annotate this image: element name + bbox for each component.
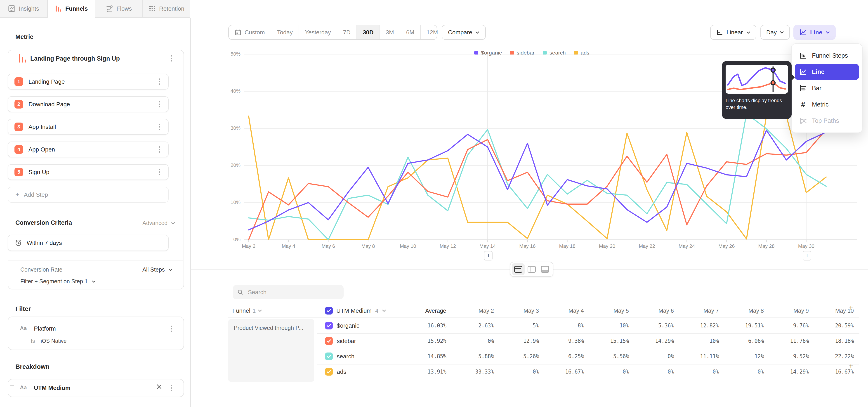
series-checkbox-ads[interactable]	[325, 368, 333, 376]
breakdown-menu-button[interactable]	[168, 385, 175, 391]
breakdown-column-header[interactable]: UTM Medium 4	[317, 307, 398, 315]
filter-value[interactable]: iOS Native	[41, 338, 67, 344]
cell-value: 5.26%	[498, 353, 542, 359]
date-header[interactable]: May 7	[677, 308, 722, 314]
linear-scale-icon	[716, 29, 723, 36]
conversion-window-row[interactable]: Within 7 days	[8, 235, 168, 251]
step-label: Download Page	[29, 101, 156, 108]
date-header[interactable]: May 10	[812, 308, 857, 314]
table-row[interactable]: search 14.85% 5.88% 5.26% 6.25% 5.56% 0%…	[228, 349, 857, 364]
advanced-dropdown[interactable]: Advanced	[143, 220, 175, 226]
series-checkbox-sidebar[interactable]	[325, 337, 333, 345]
step-menu-button[interactable]	[156, 169, 163, 175]
funnel-column-header[interactable]: Funnel 1	[228, 307, 317, 314]
chart-type-menu: Funnel Steps Line Bar # Metric Top Paths	[791, 43, 863, 133]
range-3m[interactable]: 3M	[380, 25, 400, 39]
step-row-4[interactable]: 4 App Open	[8, 142, 168, 157]
tab-flows[interactable]: Flows	[95, 0, 143, 18]
annotation-badge[interactable]: 1	[803, 251, 811, 260]
search-input[interactable]	[247, 288, 339, 296]
step-menu-button[interactable]	[156, 146, 163, 153]
select-all-checkbox[interactable]	[325, 307, 333, 315]
step-number-badge: 5	[14, 168, 23, 176]
table-row[interactable]: $organic 16.03% 2.63% 5% 8% 10% 5.36% 12…	[228, 318, 857, 333]
add-step-button[interactable]: + Add Step	[8, 187, 168, 202]
scale-dropdown[interactable]: Linear	[710, 25, 756, 40]
funnel-menu-button[interactable]	[168, 55, 175, 62]
date-header[interactable]: May 9	[767, 308, 812, 314]
view-chart-only-button[interactable]	[539, 263, 551, 275]
filter-menu-button[interactable]	[168, 325, 175, 332]
step-number-badge: 3	[14, 123, 23, 131]
tooltip-preview-chart	[725, 65, 788, 94]
filter-segment-dropdown[interactable]: Filter + Segment on Step 1	[20, 278, 96, 285]
date-header[interactable]: May 6	[632, 308, 677, 314]
menu-item-top-paths[interactable]: Top Paths	[795, 113, 859, 129]
step-row-1[interactable]: 1 Landing Page	[8, 74, 168, 90]
granularity-label: Day	[766, 29, 777, 36]
cell-value: 0%	[587, 369, 632, 375]
menu-item-bar[interactable]: Bar	[795, 80, 859, 96]
filter-property[interactable]: Platform	[34, 325, 56, 332]
tab-insights[interactable]: Insights	[0, 0, 48, 18]
cell-value: 6.25%	[542, 353, 587, 359]
step-row-2[interactable]: 2 Download Page	[8, 96, 168, 112]
series-checkbox-organic[interactable]	[325, 322, 333, 330]
segment-name: ads	[337, 368, 346, 375]
average-value: 15.92%	[398, 338, 453, 344]
remove-breakdown-icon[interactable]	[156, 384, 162, 389]
average-header[interactable]: Average	[398, 308, 453, 314]
menu-item-funnel-steps[interactable]: Funnel Steps	[795, 48, 859, 64]
step-row-5[interactable]: 5 Sign Up	[8, 164, 168, 180]
date-header[interactable]: May 4	[542, 308, 587, 314]
tab-funnels[interactable]: Funnels	[48, 0, 95, 18]
series-line-search[interactable]	[249, 114, 826, 240]
check-icon	[327, 324, 331, 327]
range-custom[interactable]: Custom	[229, 25, 271, 39]
all-steps-dropdown[interactable]: All Steps	[143, 267, 173, 273]
range-7d[interactable]: 7D	[337, 25, 357, 39]
segment-name: search	[337, 353, 354, 360]
date-header[interactable]: May 5	[587, 308, 632, 314]
range-6m[interactable]: 6M	[400, 25, 421, 39]
step-menu-button[interactable]	[156, 101, 163, 107]
range-30d[interactable]: 30D	[357, 25, 380, 39]
table-row[interactable]: ads 13.91% 33.33% 0% 16.67% 0% 0% 0% 0% …	[228, 364, 857, 379]
chart-type-dropdown[interactable]: Line	[794, 25, 836, 40]
granularity-dropdown[interactable]: Day	[761, 25, 790, 40]
tooltip-caption: Line charts display trends over time.	[725, 97, 788, 111]
cell-value: 19.51%	[722, 322, 767, 329]
view-split-vertical-button[interactable]	[525, 263, 538, 275]
y-axis-label: 30%	[222, 125, 241, 131]
view-split-horizontal-button[interactable]	[512, 263, 525, 275]
tab-retention[interactable]: Retention	[143, 0, 191, 18]
table-row[interactable]: sidebar 15.92% 0% 12.9% 9.38% 15.15% 14.…	[228, 333, 857, 349]
all-steps-label: All Steps	[143, 267, 165, 273]
x-axis-label: May 2	[233, 243, 265, 249]
step-menu-button[interactable]	[156, 124, 163, 130]
range-yesterday[interactable]: Yesterday	[299, 25, 337, 39]
series-checkbox-search[interactable]	[325, 352, 333, 360]
range-12m[interactable]: 12M	[421, 25, 444, 39]
cell-value: 22.22%	[812, 353, 857, 359]
series-line-ads[interactable]	[249, 116, 826, 240]
annotation-badge[interactable]: 1	[484, 251, 493, 260]
step-number-badge: 2	[14, 100, 23, 108]
step-menu-button[interactable]	[156, 79, 163, 85]
step-row-3[interactable]: 3 App Install	[8, 119, 168, 135]
date-header[interactable]: May 8	[722, 308, 767, 314]
menu-item-line[interactable]: Line	[795, 64, 859, 80]
date-header[interactable]: May 3	[498, 308, 542, 314]
average-value: 14.85%	[398, 353, 453, 359]
date-header[interactable]: May 2	[453, 308, 498, 314]
range-today[interactable]: Today	[271, 25, 299, 39]
series-line-sidebar[interactable]	[249, 130, 826, 240]
drag-handle-icon[interactable]	[10, 385, 14, 387]
compare-button[interactable]: Compare	[442, 25, 486, 40]
menu-item-metric[interactable]: # Metric	[795, 96, 859, 113]
series-line-organic[interactable]	[249, 130, 826, 230]
check-icon	[327, 354, 331, 358]
cell-value: 5.36%	[632, 322, 677, 329]
y-axis-label: 0%	[222, 237, 241, 242]
breakdown-property[interactable]: UTM Medium	[34, 384, 70, 392]
